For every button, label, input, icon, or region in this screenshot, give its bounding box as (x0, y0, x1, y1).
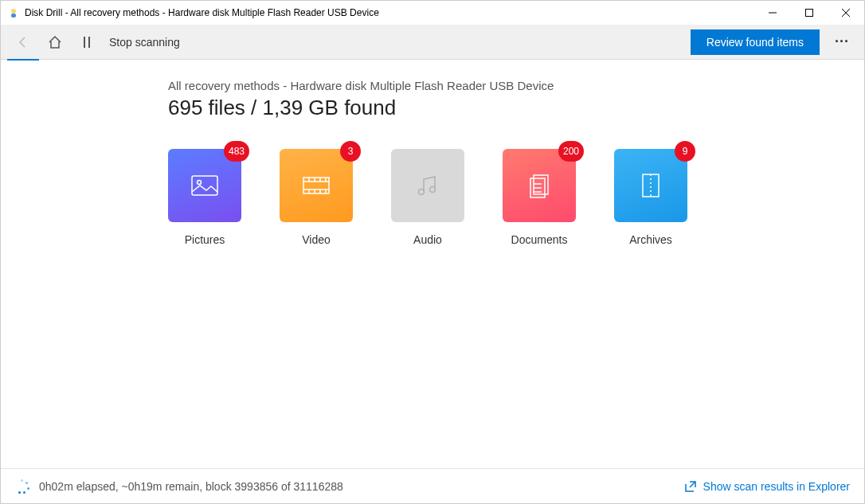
more-menu-button[interactable]: ··· (826, 25, 858, 60)
scan-subtitle: All recovery methods - Hardware disk Mul… (168, 79, 832, 92)
svg-point-9 (198, 181, 202, 185)
archives-label: Archives (629, 233, 672, 246)
back-button[interactable] (7, 25, 39, 60)
documents-badge: 200 (558, 141, 584, 162)
svg-line-30 (690, 482, 695, 487)
archives-badge: 9 (675, 141, 695, 162)
status-text: 0h02m elapsed, ~0h19m remain, block 3993… (39, 480, 343, 493)
document-icon (522, 168, 557, 203)
category-audio[interactable]: Audio (391, 149, 464, 246)
film-icon (299, 168, 334, 203)
svg-point-0 (11, 9, 16, 14)
review-found-items-button[interactable]: Review found items (691, 29, 820, 55)
image-icon (187, 168, 222, 203)
svg-rect-1 (11, 14, 16, 18)
svg-rect-3 (806, 10, 813, 17)
svg-rect-10 (303, 178, 329, 193)
video-tile: 3 (280, 149, 353, 222)
maximize-button[interactable] (791, 1, 828, 25)
category-archives[interactable]: 9 Archives (614, 149, 687, 246)
stop-scanning-label[interactable]: Stop scanning (109, 36, 180, 49)
main-content: All recovery methods - Hardware disk Mul… (1, 60, 864, 468)
category-pictures[interactable]: 483 Pictures (168, 149, 241, 246)
close-button[interactable] (828, 1, 864, 25)
external-link-icon (684, 480, 697, 493)
category-grid: 483 Pictures 3 Vide (168, 149, 832, 246)
toolbar: Stop scanning Review found items ··· (1, 25, 864, 60)
video-badge: 3 (340, 141, 361, 162)
pause-button[interactable] (71, 25, 103, 60)
svg-rect-8 (192, 176, 217, 195)
category-video[interactable]: 3 Video (280, 149, 353, 246)
minimize-button[interactable] (754, 1, 791, 25)
music-icon (410, 168, 445, 203)
home-button[interactable] (39, 25, 71, 60)
pictures-label: Pictures (185, 233, 225, 246)
show-in-explorer-label: Show scan results in Explorer (703, 480, 850, 493)
scan-headline: 695 files / 1,39 GB found (168, 96, 832, 120)
documents-label: Documents (511, 233, 568, 246)
show-in-explorer-link[interactable]: Show scan results in Explorer (684, 480, 850, 493)
documents-tile: 200 (503, 149, 576, 222)
category-documents[interactable]: 200 Documents (503, 149, 576, 246)
archives-tile: 9 (614, 149, 687, 222)
titlebar: Disk Drill - All recovery methods - Hard… (1, 1, 864, 25)
svg-rect-28 (643, 174, 659, 197)
statusbar: 0h02m elapsed, ~0h19m remain, block 3993… (1, 468, 864, 503)
audio-label: Audio (413, 233, 442, 246)
video-label: Video (302, 233, 331, 246)
audio-tile (391, 149, 464, 222)
pictures-badge: 483 (224, 141, 249, 162)
pictures-tile: 483 (168, 149, 241, 222)
window-controls (754, 1, 864, 25)
archive-icon (633, 168, 668, 203)
spinner-icon (15, 479, 29, 494)
window-title: Disk Drill - All recovery methods - Hard… (25, 7, 379, 18)
app-icon (7, 6, 20, 19)
